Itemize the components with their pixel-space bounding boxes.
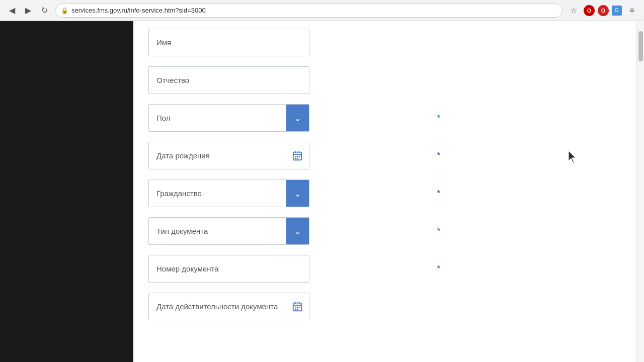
calendar-icon (292, 150, 303, 161)
tip-dokumenta-input[interactable]: Тип документа ⌄ (148, 217, 309, 245)
nomer-dokumenta-required-star: * (437, 264, 440, 274)
scrollbar-thumb[interactable] (638, 31, 643, 61)
scrollbar[interactable] (636, 21, 644, 362)
svg-rect-16 (295, 308, 296, 310)
back-button[interactable]: ◀ (5, 4, 19, 18)
left-sidebar (0, 21, 133, 362)
svg-rect-4 (295, 156, 296, 157)
right-panel (465, 21, 636, 362)
data-rozhdeniya-calendar-btn[interactable] (288, 148, 306, 163)
field-pol: Пол ⌄ * (148, 104, 435, 132)
svg-marker-18 (569, 151, 576, 163)
svg-rect-13 (295, 307, 296, 308)
data-rozhdeniya-label: Дата рождения (156, 151, 288, 160)
address-bar[interactable]: 🔒 services.fms.gov.ru/info-service.htm?s… (55, 4, 562, 18)
field-data-rozhdeniya: Дата рождения * (148, 142, 435, 169)
calendar2-icon (292, 301, 303, 312)
lock-icon: 🔒 (61, 7, 68, 14)
ext-icon: G (612, 6, 622, 16)
field-tip-dokumenta: Тип документа ⌄ * (148, 217, 435, 245)
field-imya: Имя (148, 29, 435, 56)
data-rozhdeniya-required-star: * (437, 151, 440, 160)
otchestvo-input[interactable]: Отчество (148, 66, 309, 94)
imya-input[interactable]: Имя (148, 29, 309, 56)
tip-dokumenta-chevron-icon: ⌄ (294, 227, 301, 236)
browser-chrome: ◀ ▶ ↻ 🔒 services.fms.gov.ru/info-service… (0, 0, 644, 21)
svg-rect-17 (297, 308, 298, 310)
tip-dokumenta-label: Тип документа (156, 227, 286, 235)
grazhdanstvo-required-star: * (437, 189, 440, 198)
svg-rect-14 (297, 307, 298, 308)
right-area (465, 21, 636, 362)
svg-rect-5 (297, 156, 298, 157)
tip-dokumenta-dropdown-btn[interactable]: ⌄ (286, 218, 309, 244)
pol-input[interactable]: Пол ⌄ (148, 104, 309, 132)
cursor-indicator (569, 151, 579, 165)
grazhdanstvo-dropdown-btn[interactable]: ⌄ (286, 180, 309, 207)
url-text: services.fms.gov.ru/info-service.htm?sid… (71, 7, 206, 14)
field-data-deystvitelnosti: Дата действительности документа (148, 293, 435, 320)
main-layout: Имя Отчество Пол ⌄ * Дата рождения (0, 21, 644, 362)
nomer-dokumenta-label: Номер документа (156, 264, 301, 273)
form-area: Имя Отчество Пол ⌄ * Дата рождения (133, 21, 465, 362)
grazhdanstvo-input[interactable]: Гражданство ⌄ (148, 179, 309, 207)
star-button[interactable]: ☆ (567, 4, 581, 18)
data-deystvitelnosti-label: Дата действительности документа (156, 302, 288, 311)
opera2-icon: O (598, 5, 609, 16)
data-deystvitelnosti-input[interactable]: Дата действительности документа (148, 293, 309, 320)
refresh-button[interactable]: ↻ (37, 4, 51, 18)
otchestvo-label: Отчество (156, 76, 301, 84)
pol-dropdown-btn[interactable]: ⌄ (286, 105, 309, 131)
svg-rect-6 (299, 156, 300, 157)
data-deystvitelnosti-calendar-btn[interactable] (288, 299, 306, 314)
grazhdanstvo-label: Гражданство (156, 189, 286, 198)
pol-required-star: * (437, 114, 440, 123)
nav-buttons: ◀ ▶ ↻ (5, 4, 51, 18)
pol-label: Пол (156, 114, 286, 122)
svg-rect-15 (299, 307, 300, 308)
browser-actions: ☆ O O G ≡ (567, 4, 639, 18)
svg-rect-7 (295, 157, 296, 159)
svg-rect-8 (297, 157, 298, 159)
pol-chevron-icon: ⌄ (294, 114, 301, 123)
menu-button[interactable]: ≡ (625, 4, 639, 18)
field-otchestvo: Отчество (148, 66, 435, 94)
cursor-icon (569, 151, 579, 163)
forward-button[interactable]: ▶ (21, 4, 35, 18)
imya-label: Имя (156, 38, 301, 47)
grazhdanstvo-chevron-icon: ⌄ (294, 189, 301, 198)
nomer-dokumenta-input[interactable]: Номер документа (148, 255, 309, 283)
field-grazhdanstvo: Гражданство ⌄ * (148, 179, 435, 207)
field-nomer-dokumenta: Номер документа * (148, 255, 435, 283)
tip-dokumenta-required-star: * (437, 227, 440, 236)
opera-icon: O (584, 5, 595, 16)
data-rozhdeniya-input[interactable]: Дата рождения (148, 142, 309, 169)
